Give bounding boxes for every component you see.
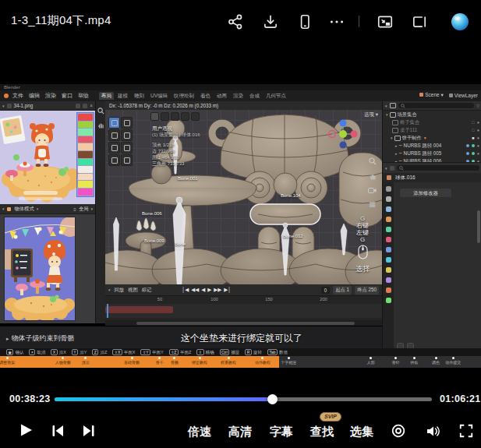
- selected-channel-bar[interactable]: [105, 306, 173, 313]
- menu-window[interactable]: 窗口: [62, 92, 73, 100]
- playhead[interactable]: [107, 304, 108, 318]
- avatar[interactable]: [450, 12, 470, 32]
- palette-swatch[interactable]: [78, 166, 93, 173]
- theater-mode-icon[interactable]: [411, 13, 428, 30]
- outliner-row-nurbs-005[interactable]: ▸~ NURBS 路径 005 ●: [383, 150, 481, 157]
- unlink-image-icon[interactable]: ×: [90, 103, 93, 108]
- playback-speed-button[interactable]: 倍速: [188, 425, 211, 439]
- timeline-scroll-thumb[interactable]: [136, 322, 355, 325]
- outliner-row-chairs[interactable]: 椅子集合 □●: [383, 118, 481, 126]
- editor-type-caret-icon[interactable]: ▾: [2, 206, 5, 211]
- seek-handle[interactable]: [267, 394, 278, 404]
- next-keyframe-button[interactable]: ▶▶: [214, 287, 221, 293]
- workspace-tab-sculpting[interactable]: 雕刻: [132, 92, 147, 100]
- hamburger-icon[interactable]: ≡: [73, 206, 76, 212]
- workspace-tab-rendering[interactable]: 渲染: [231, 92, 246, 100]
- menu-render[interactable]: 渲染: [45, 92, 56, 100]
- video-frame[interactable]: Blender 文件 编辑 渲染 窗口 帮助 布局 建模 雕刻 UV编辑 纹理绘…: [0, 84, 481, 368]
- outliner-row-nurbs-004[interactable]: ▸~ NURBS 路径 004 ●: [383, 142, 481, 150]
- previous-episode-button[interactable]: [50, 423, 65, 439]
- checkbox-checked[interactable]: ■: [472, 136, 474, 140]
- quality-button[interactable]: 高清: [228, 425, 252, 439]
- filter-icon[interactable]: ▽: [476, 104, 479, 108]
- properties-tab[interactable]: [386, 227, 391, 232]
- download-icon[interactable]: [262, 13, 279, 30]
- menu-help[interactable]: 帮助: [78, 92, 89, 100]
- panel-scrollbar[interactable]: [477, 210, 480, 243]
- annotate-tool[interactable]: [108, 154, 120, 166]
- jump-start-button[interactable]: │◀: [182, 287, 189, 293]
- pin-icon[interactable]: [76, 104, 80, 108]
- mode-icon-5[interactable]: [191, 112, 200, 121]
- palette-swatch[interactable]: [78, 181, 93, 188]
- ortho-grid-icon[interactable]: ▦: [369, 201, 376, 208]
- marker-menu[interactable]: 标记: [142, 287, 152, 294]
- reference-image-2[interactable]: [5, 217, 75, 320]
- properties-tab[interactable]: [386, 267, 391, 273]
- object-mode-dropdown[interactable]: 物体模式: [15, 206, 34, 213]
- palette-swatch[interactable]: [78, 174, 93, 181]
- volume-button[interactable]: [425, 423, 440, 439]
- mode-icon-2[interactable]: [161, 112, 169, 121]
- rotate-tool[interactable]: [121, 129, 133, 141]
- reference-image-1[interactable]: [0, 111, 95, 204]
- frame-start-field[interactable]: 起点 1: [333, 286, 352, 295]
- palette-swatch[interactable]: [78, 189, 93, 196]
- palette-swatch[interactable]: [78, 159, 93, 166]
- current-frame-field[interactable]: 0: [321, 287, 331, 294]
- workspace-tab-uv[interactable]: UV编辑: [148, 92, 170, 100]
- prev-keyframe-button[interactable]: ◀◀: [191, 287, 199, 293]
- menu-file[interactable]: 文件: [12, 92, 23, 100]
- outliner-row-scene-collection[interactable]: ▾ 场景集合: [383, 111, 481, 118]
- picture-in-picture-icon[interactable]: [377, 13, 394, 30]
- subtitles-button[interactable]: 字幕: [270, 425, 293, 439]
- 3d-viewport[interactable]: Dx: -1.05378 m Dy: -0 m Dz: 0.2026 m (0.…: [105, 101, 382, 284]
- editor-type-caret-icon[interactable]: ▾: [385, 166, 387, 171]
- play-button[interactable]: [17, 422, 34, 439]
- play-reverse-button[interactable]: ◀: [201, 287, 205, 293]
- timeline-scrollbar[interactable]: [105, 320, 382, 326]
- palette-swatch[interactable]: [78, 122, 93, 129]
- properties-search-input[interactable]: [397, 165, 479, 171]
- scale-tool[interactable]: [108, 142, 120, 153]
- properties-tab[interactable]: [386, 287, 391, 293]
- orientation-dropdown[interactable]: 全局: [79, 206, 89, 213]
- add-modifier-button[interactable]: 添加修改器: [400, 189, 451, 197]
- palette-swatch[interactable]: [78, 143, 93, 150]
- workspace-tab-animation[interactable]: 动画: [214, 92, 229, 100]
- display-mode-icon[interactable]: [390, 103, 396, 108]
- outliner-row-table[interactable]: 桌子111 □●: [383, 126, 481, 134]
- editor-type-caret-icon[interactable]: ▾: [108, 287, 111, 292]
- select-mode-icon[interactable]: [150, 112, 159, 121]
- properties-tab[interactable]: [386, 196, 391, 202]
- palette-swatch[interactable]: [78, 151, 93, 158]
- palette-swatch[interactable]: [78, 114, 93, 121]
- workspace-tab-texture[interactable]: 纹理绘制: [172, 92, 196, 100]
- hide-icon[interactable]: ●: [477, 151, 479, 156]
- workspace-tab-shading[interactable]: 着色: [198, 92, 213, 100]
- select-box-tool[interactable]: [108, 117, 120, 129]
- zoom-tool-icon[interactable]: [97, 108, 104, 115]
- open-image-icon[interactable]: [83, 104, 87, 108]
- properties-tab[interactable]: [386, 257, 391, 263]
- scene-selector[interactable]: Scene ▾: [419, 92, 444, 98]
- properties-tab[interactable]: [386, 217, 391, 222]
- camera-view-icon[interactable]: [368, 187, 377, 194]
- hide-icon[interactable]: ●: [477, 128, 479, 132]
- workspace-tab-geonodes[interactable]: 几何节点: [263, 92, 288, 100]
- mode-icon-4[interactable]: [181, 112, 189, 121]
- more-options-icon[interactable]: [328, 13, 345, 30]
- jump-end-button[interactable]: ▶│: [224, 287, 231, 293]
- play-forward-button[interactable]: ▶: [207, 287, 211, 293]
- measure-tool[interactable]: [121, 154, 133, 166]
- outliner-search-input[interactable]: [398, 103, 475, 108]
- hide-icon[interactable]: ●: [477, 143, 479, 148]
- options-dropdown[interactable]: 选项 ▾: [364, 111, 378, 118]
- mode-icon-3[interactable]: [171, 112, 179, 121]
- editor-type-caret-icon[interactable]: ▾: [385, 104, 387, 108]
- cursor-tool[interactable]: [121, 117, 133, 129]
- workspace-tab-modeling[interactable]: 建模: [115, 92, 130, 100]
- hide-icon[interactable]: ●: [477, 120, 479, 125]
- transform-tool[interactable]: [121, 142, 133, 153]
- frame-end-field[interactable]: 终点 250: [355, 286, 379, 295]
